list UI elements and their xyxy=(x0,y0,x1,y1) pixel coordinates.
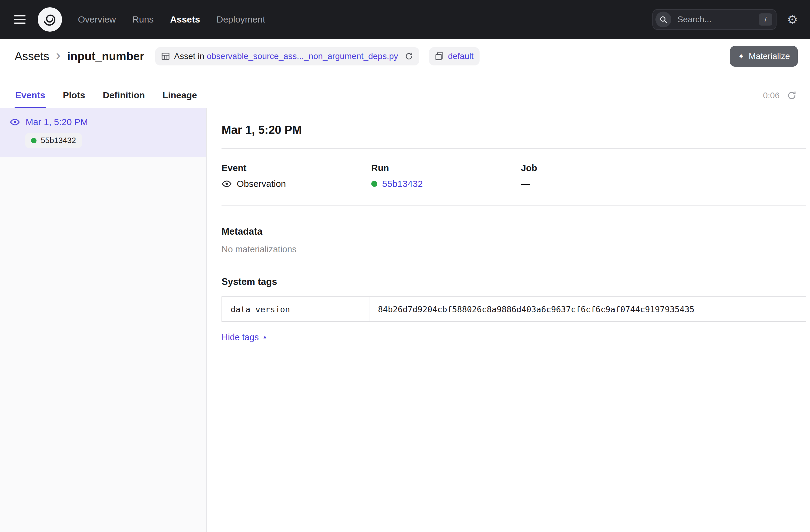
metadata-empty-text: No materializations xyxy=(222,244,806,255)
observation-eye-icon xyxy=(10,117,20,127)
event-column-header: Event xyxy=(222,163,371,173)
events-sidebar: Mar 1, 5:20 PM 55b13432 xyxy=(0,108,207,532)
asset-origin-text: Asset in observable_source_ass..._non_ar… xyxy=(174,51,398,61)
tag-key-cell: data_version xyxy=(222,297,369,321)
event-type-label: Observation xyxy=(237,179,286,189)
refresh-icon[interactable] xyxy=(787,91,797,100)
nav-runs[interactable]: Runs xyxy=(132,14,154,25)
run-id-text: 55b13432 xyxy=(41,136,76,145)
run-value: 55b13432 xyxy=(371,179,521,189)
materialize-button[interactable]: ✦ Materialize xyxy=(730,46,798,67)
page-header: Assets › input_number Asset in observabl… xyxy=(0,39,810,74)
job-value: — xyxy=(521,179,537,189)
run-column: Run 55b13432 xyxy=(371,163,521,189)
sparkle-icon: ✦ xyxy=(738,52,745,60)
page-title: input_number xyxy=(67,50,144,63)
hide-tags-label: Hide tags xyxy=(222,332,259,342)
tag-value-cell: 84b26d7d9204cbf588026c8a9886d403a6c9637c… xyxy=(369,297,806,321)
asset-origin-prefix: Asset in xyxy=(174,51,205,61)
nav-assets[interactable]: Assets xyxy=(170,14,200,25)
tab-events[interactable]: Events xyxy=(15,90,46,108)
workspace-default-link[interactable]: default xyxy=(448,51,473,61)
top-navigation: Overview Runs Assets Deployment / ⚙ xyxy=(0,0,810,39)
run-column-header: Run xyxy=(371,163,521,173)
chevron-right-icon: › xyxy=(56,48,61,62)
menu-button[interactable] xyxy=(14,12,29,27)
event-list-item[interactable]: Mar 1, 5:20 PM 55b13432 xyxy=(0,108,206,157)
system-tags-heading: System tags xyxy=(222,276,806,287)
search-icon xyxy=(655,12,671,27)
run-id-badge[interactable]: 55b13432 xyxy=(25,133,82,148)
metadata-heading: Metadata xyxy=(222,226,806,237)
table-icon xyxy=(161,52,170,61)
event-summary-columns: Event Observation Run 55b13432 xyxy=(222,163,806,189)
breadcrumb-assets-link[interactable]: Assets xyxy=(15,50,49,63)
nav-overview[interactable]: Overview xyxy=(78,14,116,25)
run-status-dot xyxy=(371,181,377,187)
system-tags-table: data_version 84b26d7d9204cbf588026c8a988… xyxy=(222,296,806,322)
asset-file-link[interactable]: observable_source_ass..._non_argument_de… xyxy=(207,51,398,61)
nav-deployment[interactable]: Deployment xyxy=(216,14,265,25)
tab-bar: Events Plots Definition Lineage 0:06 xyxy=(0,74,810,108)
event-timestamp-row: Mar 1, 5:20 PM xyxy=(10,117,197,127)
refresh-timer: 0:06 xyxy=(763,91,780,100)
hide-tags-link[interactable]: Hide tags ▲ xyxy=(222,332,267,342)
content-area: Mar 1, 5:20 PM 55b13432 Mar 1, 5:20 PM E… xyxy=(0,108,810,532)
eye-icon xyxy=(222,179,232,189)
refresh-area: 0:06 xyxy=(763,91,797,108)
asset-origin-badge: Asset in observable_source_ass..._non_ar… xyxy=(155,47,419,65)
reload-definitions-icon[interactable] xyxy=(405,52,413,61)
divider xyxy=(222,148,806,149)
job-column-header: Job xyxy=(521,163,537,173)
event-timestamp: Mar 1, 5:20 PM xyxy=(26,117,88,127)
materialize-label: Materialize xyxy=(749,51,790,61)
breadcrumb: Assets › input_number xyxy=(15,50,144,63)
search-input[interactable] xyxy=(676,14,754,25)
tab-definition[interactable]: Definition xyxy=(102,90,145,108)
tab-lineage[interactable]: Lineage xyxy=(162,90,197,108)
dagster-logo[interactable] xyxy=(38,7,62,32)
primary-nav: Overview Runs Assets Deployment xyxy=(78,14,265,25)
event-detail-panel: Mar 1, 5:20 PM Event Observation Run xyxy=(207,108,810,532)
app-root: Overview Runs Assets Deployment / ⚙ Asse… xyxy=(0,0,810,532)
tabs: Events Plots Definition Lineage xyxy=(15,90,197,108)
run-link[interactable]: 55b13432 xyxy=(382,179,423,189)
job-column: Job — xyxy=(521,163,537,189)
divider xyxy=(222,206,806,206)
search-box[interactable]: / xyxy=(652,9,777,30)
event-column: Event Observation xyxy=(222,163,371,189)
workspace-badge: default xyxy=(429,47,480,65)
tab-plots[interactable]: Plots xyxy=(62,90,85,108)
workspace-icon xyxy=(435,52,444,61)
settings-gear-icon[interactable]: ⚙ xyxy=(787,13,798,26)
event-detail-title: Mar 1, 5:20 PM xyxy=(222,124,806,136)
run-status-dot xyxy=(31,138,36,143)
search-shortcut-key: / xyxy=(759,13,772,26)
logo-swirl-icon xyxy=(42,12,58,27)
event-type-value: Observation xyxy=(222,179,371,189)
caret-up-icon: ▲ xyxy=(263,334,268,340)
